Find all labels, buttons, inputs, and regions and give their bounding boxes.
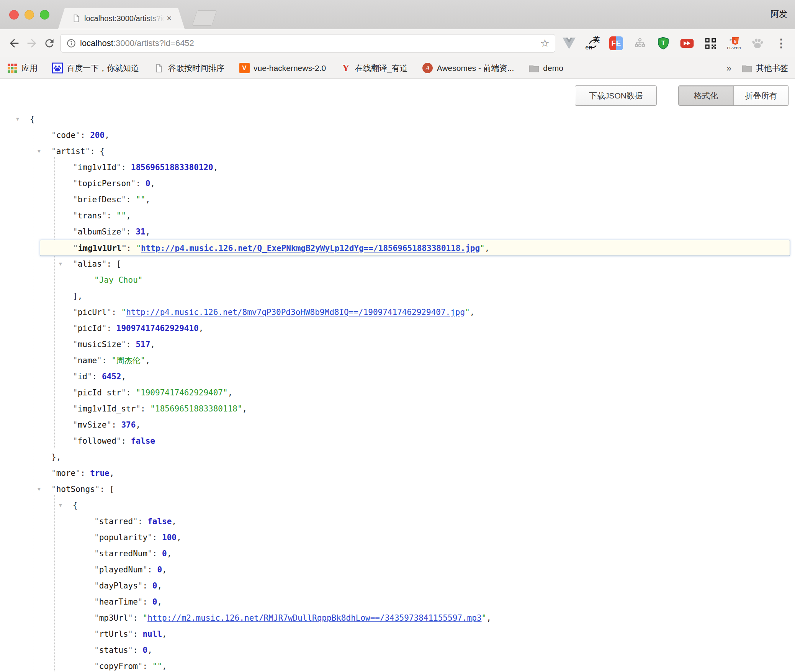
translate-icon[interactable]: 英 en: [585, 35, 600, 52]
page-icon: [72, 14, 80, 23]
json-line: ▼{: [0, 111, 795, 127]
tampermonkey-icon[interactable]: T: [656, 35, 671, 52]
minimize-window-button[interactable]: [25, 10, 34, 20]
json-line: "briefDesc": "",: [0, 192, 795, 208]
url-path: :3000/artists?id=6452: [113, 38, 194, 48]
vue-devtools-icon[interactable]: [561, 35, 577, 52]
json-line: ▼{: [0, 497, 795, 513]
bookmark-item[interactable]: AAwesomes - 前端资...: [422, 63, 514, 74]
reload-button[interactable]: [41, 34, 58, 52]
html5-player-label: PLAYER: [727, 46, 741, 50]
json-line: "starred": false,: [0, 513, 795, 529]
json-line: "hearTime": 0,: [0, 594, 795, 610]
tab-close-icon[interactable]: ×: [167, 14, 172, 23]
json-line: "img1v1Url": "http://p4.music.126.net/Q_…: [40, 240, 790, 256]
forward-button[interactable]: [23, 34, 41, 52]
bookmark-label: demo: [543, 64, 563, 73]
json-line: "dayPlays": 0,: [0, 578, 795, 594]
qr-code-icon[interactable]: [703, 35, 718, 52]
json-line: "mvSize": 376,: [0, 417, 795, 433]
baidu-icon: [52, 63, 63, 74]
bookmark-label: Awesomes - 前端资...: [437, 63, 514, 74]
bookmark-label: 应用: [21, 63, 38, 74]
bookmarks-overflow-icon[interactable]: »: [726, 63, 731, 74]
json-line: "trans": "",: [0, 208, 795, 224]
window-titlebar: localhost:3000/artists?id=645 × 阿发: [0, 0, 795, 29]
page-content: 下载JSON数据 格式化 折叠所有 ▼{"code": 200,▼"artist…: [0, 79, 795, 672]
bookmark-item[interactable]: demo: [528, 63, 563, 74]
bookmark-label: 在线翻译_有道: [355, 63, 408, 74]
sitemap-icon[interactable]: [632, 35, 648, 52]
fast-forward-icon[interactable]: [679, 35, 695, 52]
fe-icon[interactable]: FE: [609, 35, 624, 52]
site-info-icon[interactable]: [66, 38, 76, 48]
json-line: "id": 6452,: [0, 369, 795, 385]
json-line: "code": 200,: [0, 127, 795, 143]
vue-icon: V: [239, 63, 250, 74]
new-tab-button[interactable]: [192, 10, 217, 26]
bookmark-item[interactable]: 应用: [7, 63, 38, 74]
browser-tab[interactable]: localhost:3000/artists?id=645 ×: [58, 8, 185, 29]
json-line: "musicSize": 517,: [0, 336, 795, 352]
json-line: "starredNum": 0,: [0, 546, 795, 562]
menu-dots-glyph: ⋮: [775, 38, 787, 49]
browser-toolbar: localhost:3000/artists?id=6452 ☆ 英 en FE: [0, 29, 795, 57]
other-bookmarks-folder[interactable]: 其他书签: [741, 63, 788, 74]
collapse-arrow-icon[interactable]: ▼: [59, 497, 62, 513]
json-url-link[interactable]: http://p4.music.126.net/8mv7qP30Pd3oHW8b…: [126, 308, 465, 317]
json-tree: ▼{"code": 200,▼"artist": {"img1v1Id": 18…: [0, 111, 795, 672]
browser-profile-name[interactable]: 阿发: [770, 8, 787, 20]
collapse-arrow-icon[interactable]: ▼: [38, 481, 41, 497]
other-bookmarks-label: 其他书签: [756, 63, 788, 74]
json-line: "name": "周杰伦",: [0, 352, 795, 369]
json-url-link[interactable]: http://p4.music.126.net/Q_ExePNkmgB2yWyL…: [141, 244, 480, 253]
json-line: "mp3Url": "http://m2.music.126.net/RMJR7…: [0, 610, 795, 626]
json-line: "img1v1Id_str": "18569651883380118",: [0, 401, 795, 417]
folder-icon: [528, 63, 539, 74]
download-json-button[interactable]: 下载JSON数据: [575, 85, 657, 106]
bookmarks-list: 应用百度一下，你就知道谷歌按时间排序Vvue-hackernews-2.0Y在线…: [7, 63, 563, 74]
bookmark-label: 谷歌按时间排序: [168, 63, 224, 74]
json-line: },: [0, 449, 795, 465]
youdao-icon: Y: [340, 63, 351, 74]
json-line: "picId": 19097417462929410,: [0, 320, 795, 336]
format-button[interactable]: 格式化: [679, 86, 733, 105]
bookmark-star-icon[interactable]: ☆: [540, 38, 550, 49]
json-line: "topicPerson": 0,: [0, 175, 795, 192]
collapse-arrow-icon[interactable]: ▼: [38, 143, 41, 159]
bookmark-item[interactable]: Vvue-hackernews-2.0: [239, 63, 326, 74]
paw-icon[interactable]: [750, 35, 765, 52]
json-line: "Jay Chou": [0, 272, 795, 288]
back-button[interactable]: [5, 34, 23, 52]
json-line: "picId_str": "19097417462929407",: [0, 385, 795, 401]
collapse-arrow-icon[interactable]: ▼: [16, 111, 19, 127]
bookmark-item[interactable]: Y在线翻译_有道: [340, 63, 408, 74]
url-text[interactable]: localhost:3000/artists?id=6452: [80, 38, 194, 48]
bookmark-label: 百度一下，你就知道: [67, 63, 139, 74]
bookmark-label: vue-hackernews-2.0: [254, 64, 326, 73]
json-line: "more": true,: [0, 465, 795, 481]
maximize-window-button[interactable]: [40, 10, 49, 20]
address-bar[interactable]: localhost:3000/artists?id=6452 ☆: [61, 34, 555, 52]
json-line: "rtUrls": null,: [0, 626, 795, 642]
json-url-link[interactable]: http://m2.music.126.net/RMJR7wDullRqppBk…: [147, 613, 481, 623]
json-line: "picUrl": "http://p4.music.126.net/8mv7q…: [0, 304, 795, 320]
json-viewer-actions: 下载JSON数据 格式化 折叠所有: [0, 79, 795, 103]
html5-player-icon[interactable]: 5 PLAYER: [726, 35, 742, 52]
tab-title: localhost:3000/artists?id=645: [84, 14, 164, 23]
collapse-all-button[interactable]: 折叠所有: [733, 86, 788, 105]
fe-glyph: FE: [609, 36, 623, 50]
json-line: ],: [0, 288, 795, 304]
collapse-arrow-icon[interactable]: ▼: [59, 256, 62, 272]
json-line: "img1v1Id": 18569651883380120,: [0, 159, 795, 175]
window-controls: [9, 10, 49, 20]
json-line: "popularity": 100,: [0, 529, 795, 546]
browser-menu-icon[interactable]: ⋮: [774, 35, 789, 52]
bookmarks-right: » 其他书签: [726, 63, 788, 74]
url-host: localhost: [80, 38, 113, 48]
bookmark-item[interactable]: 百度一下，你就知道: [52, 63, 139, 74]
folder-icon: [741, 63, 752, 74]
json-line: "followed": false: [0, 433, 795, 449]
close-window-button[interactable]: [9, 10, 19, 20]
bookmark-item[interactable]: 谷歌按时间排序: [154, 63, 224, 74]
